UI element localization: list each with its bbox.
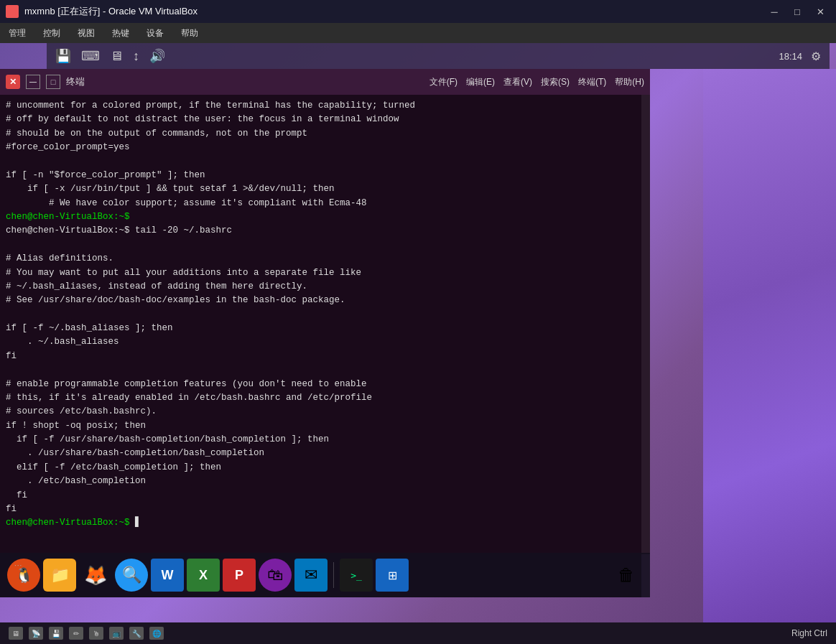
titlebar-left: mxmnb [正在运行] - Oracle VM VirtualBox [6, 5, 198, 18]
terminal-menu-view[interactable]: 查看(V) [503, 76, 532, 88]
taskbar-trash-icon[interactable]: 🗑 [610, 559, 643, 592]
status-icon-6[interactable]: 📺 [109, 627, 124, 640]
audio-icon[interactable]: 🔊 [149, 48, 165, 64]
terminal-window: ✕ ─ □ 终端 文件(F) 编辑(E) 查看(V) 搜索(S) 终端(T) 帮… [0, 69, 650, 597]
status-icon-3[interactable]: 💾 [49, 627, 63, 640]
screen-icon[interactable]: 🖥 [110, 49, 123, 64]
menu-hotkeys[interactable]: 热键 [109, 26, 132, 41]
taskbar-store-icon[interactable]: 🛍 [259, 559, 292, 592]
save-icon[interactable]: 💾 [55, 48, 71, 64]
menu-help[interactable]: 帮助 [178, 26, 201, 41]
taskbar-dots: ··· [14, 561, 22, 569]
clock: 18:14 [779, 51, 802, 62]
taskbar-mail-icon[interactable]: ✉ [294, 559, 328, 592]
taskbar-firefox-icon[interactable]: 🦊 [79, 559, 112, 592]
terminal-menu-file[interactable]: 文件(F) [429, 76, 458, 88]
minimize-button[interactable]: ─ [764, 4, 784, 19]
menu-view[interactable]: 视图 [75, 26, 98, 41]
window-controls[interactable]: ─ □ ✕ [764, 4, 830, 19]
taskbar-terminal-icon[interactable]: >_ [340, 559, 373, 592]
taskbar-excel-icon[interactable]: X [187, 559, 220, 592]
vbox-titlebar: mxmnb [正在运行] - Oracle VM VirtualBox ─ □ … [0, 0, 836, 23]
terminal-maximize-button[interactable]: □ [46, 75, 60, 89]
vbox-menubar: 管理 控制 视图 热键 设备 帮助 [0, 23, 836, 43]
right-decoration [703, 69, 836, 622]
vbox-statusbar: 🖥 📡 💾 ✏ 🖱 📺 🔧 🌐 Right Ctrl [0, 622, 836, 644]
terminal-menu-terminal[interactable]: 终端(T) [578, 76, 606, 88]
taskbar-search-icon[interactable]: 🔍 [115, 559, 148, 592]
taskbar-word-icon[interactable]: W [151, 559, 184, 592]
status-icon-4[interactable]: ✏ [69, 627, 83, 640]
vm-toolbar: 💾 ⌨ 🖥 ↕ 🔊 18:14 ⚙ [47, 43, 830, 69]
taskbar-separator [333, 562, 334, 588]
taskbar-mosaic-icon[interactable]: ⊞ [376, 559, 409, 592]
status-icon-5[interactable]: 🖱 [89, 627, 103, 640]
menu-manage[interactable]: 管理 [6, 26, 29, 41]
terminal-scrollbar[interactable] [641, 95, 650, 597]
window-title: mxmnb [正在运行] - Oracle VM VirtualBox [24, 5, 198, 18]
terminal-menu: 文件(F) 编辑(E) 查看(V) 搜索(S) 终端(T) 帮助(H) [429, 76, 644, 88]
usb-icon[interactable]: ↕ [133, 49, 139, 64]
status-icon-7[interactable]: 🔧 [129, 627, 144, 640]
vm-area: ↖ 💾 ⌨ 🖥 ↕ 🔊 18:14 ⚙ ✕ ─ □ 终端 文件(F) 编辑(E)… [0, 43, 836, 644]
vbox-app-icon [6, 5, 19, 18]
terminal-titlebar: ✕ ─ □ 终端 文件(F) 编辑(E) 查看(V) 搜索(S) 终端(T) 帮… [0, 69, 650, 95]
taskbar-files-icon[interactable]: 📁 [43, 559, 76, 592]
status-icon-8[interactable]: 🌐 [149, 627, 164, 640]
desktop-taskbar: ··· 🐧 📁 🦊 🔍 W X P 🛍 ✉ >_ ⊞ 🗑 [0, 553, 650, 597]
taskbar-ppt-icon[interactable]: P [223, 559, 256, 592]
menu-control[interactable]: 控制 [40, 26, 63, 41]
keyboard-icon[interactable]: ⌨ [81, 48, 100, 64]
maximize-button[interactable]: □ [787, 4, 807, 19]
close-button[interactable]: ✕ [810, 4, 830, 19]
terminal-menu-edit[interactable]: 编辑(E) [466, 76, 495, 88]
terminal-close-button[interactable]: ✕ [6, 75, 20, 89]
status-icons: 🖥 📡 💾 ✏ 🖱 📺 🔧 🌐 [9, 627, 164, 640]
menu-devices[interactable]: 设备 [144, 26, 167, 41]
terminal-menu-search[interactable]: 搜索(S) [541, 76, 570, 88]
taskbar-ubuntu-icon[interactable]: 🐧 [7, 559, 40, 592]
terminal-body[interactable]: # uncomment for a colored prompt, if the… [0, 95, 650, 597]
right-ctrl-label: Right Ctrl [791, 628, 827, 638]
status-icon-1[interactable]: 🖥 [9, 627, 23, 640]
terminal-menu-help[interactable]: 帮助(H) [615, 76, 644, 88]
status-icon-2[interactable]: 📡 [29, 627, 43, 640]
terminal-minimize-button[interactable]: ─ [26, 75, 40, 89]
terminal-content: # uncomment for a colored prompt, if the… [6, 99, 644, 531]
settings-icon[interactable]: ⚙ [811, 50, 821, 63]
toolbar-icons: 💾 ⌨ 🖥 ↕ 🔊 [55, 48, 165, 64]
terminal-title: 终端 [66, 75, 424, 88]
